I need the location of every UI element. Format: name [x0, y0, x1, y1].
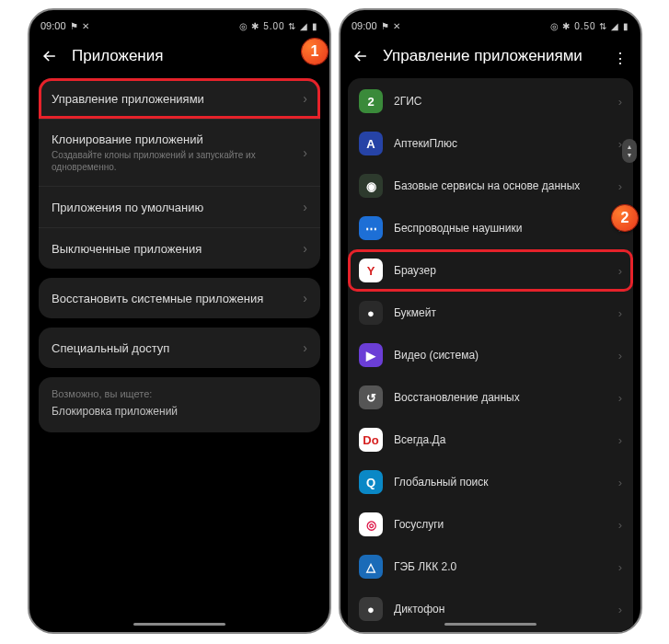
status-time: 09:00 — [352, 20, 377, 31]
app-row[interactable]: ↺Восстановление данных› — [348, 376, 633, 419]
app-icon: ▶ — [359, 343, 383, 367]
hint-title: Возможно, вы ищете: — [52, 388, 307, 399]
app-row[interactable]: YБраузер› — [348, 249, 633, 292]
app-icon: ↺ — [359, 385, 383, 409]
app-label: Видео (система) — [394, 349, 618, 362]
header: Управление приложениями ⋮ — [340, 38, 640, 78]
app-row[interactable]: ◉Базовые сервисы на основе данных› — [348, 165, 633, 207]
chevron-right-icon: › — [618, 95, 622, 109]
row-label: Клонирование приложений Создавайте клоны… — [52, 132, 295, 173]
hint-item: Блокировка приложений — [52, 405, 307, 418]
app-label: Всегда.Да — [394, 433, 618, 446]
status-time: 09:00 — [40, 20, 66, 31]
app-label: Браузер — [394, 264, 618, 277]
row-manage-apps[interactable]: Управление приложениями › — [39, 78, 320, 119]
chevron-right-icon: › — [303, 200, 307, 214]
scroll-thumb[interactable]: ▲▼ — [622, 139, 637, 163]
app-row[interactable]: 22ГИС› — [348, 80, 633, 122]
status-bar: 09:00 ⚑ ✕ ◎ ✱ 0.50 ⇅ ◢ ▮ — [340, 10, 640, 38]
row-label: Управление приложениями — [52, 92, 295, 106]
group-special: Специальный доступ › — [39, 328, 320, 368]
step-badge-1: 1 — [302, 39, 328, 64]
status-left-icons: ⚑ ✕ — [381, 21, 402, 31]
row-special-access[interactable]: Специальный доступ › — [39, 328, 320, 368]
chevron-right-icon: › — [303, 91, 307, 106]
app-row[interactable]: ААптекиПлюс› — [348, 122, 633, 165]
app-icon: Y — [359, 259, 383, 282]
chevron-right-icon: › — [618, 603, 622, 616]
status-right-icons: ◎ ✱ 5.00 ⇅ ◢ ▮ — [239, 21, 318, 31]
chevron-right-icon: › — [618, 264, 622, 278]
hint-card[interactable]: Возможно, вы ищете: Блокировка приложени… — [39, 377, 320, 432]
chevron-right-icon: › — [618, 306, 622, 320]
app-row[interactable]: ◎Госуслуги› — [348, 503, 633, 546]
row-label: Специальный доступ — [52, 341, 295, 355]
app-label: Восстановление данных — [394, 391, 618, 404]
chevron-right-icon: › — [303, 291, 307, 305]
app-row[interactable]: ⬡Диспетчер телефона› — [348, 630, 633, 634]
chevron-right-icon: › — [618, 518, 622, 532]
app-label: Беспроводные наушники — [394, 222, 618, 235]
chevron-right-icon: › — [618, 560, 622, 574]
back-icon[interactable] — [40, 47, 59, 65]
chevron-right-icon: › — [618, 476, 622, 489]
row-subtitle: Создавайте клоны приложений и запускайте… — [52, 149, 295, 173]
app-row[interactable]: ●Букмейт› — [348, 292, 633, 334]
row-disabled-apps[interactable]: Выключенные приложения › — [39, 227, 320, 269]
chevron-right-icon: › — [618, 179, 622, 193]
phone-screen-apps: 09:00 ⚑ ✕ ◎ ✱ 5.00 ⇅ ◢ ▮ Приложения Упра… — [28, 8, 331, 634]
app-label: Госуслуги — [394, 518, 618, 531]
chevron-right-icon: › — [303, 241, 307, 256]
app-icon: А — [359, 132, 383, 155]
chevron-right-icon: › — [618, 391, 622, 405]
step-badge-2: 2 — [612, 205, 638, 231]
app-icon: ● — [359, 301, 383, 325]
chevron-right-icon: › — [618, 349, 622, 362]
group-main: Управление приложениями › Клонирование п… — [39, 78, 320, 269]
home-indicator[interactable] — [444, 623, 536, 626]
row-clone-apps[interactable]: Клонирование приложений Создавайте клоны… — [39, 119, 320, 186]
app-label: Глобальный поиск — [394, 476, 618, 489]
more-icon[interactable]: ⋮ — [613, 50, 628, 67]
phone-screen-manage-apps: 09:00 ⚑ ✕ ◎ ✱ 0.50 ⇅ ◢ ▮ Управление прил… — [339, 8, 642, 634]
row-restore-system[interactable]: Восстановить системные приложения › — [39, 278, 320, 318]
app-label: Базовые сервисы на основе данных — [394, 179, 618, 192]
chevron-right-icon: › — [303, 340, 307, 355]
row-label: Приложения по умолчанию — [52, 201, 295, 214]
app-row[interactable]: ⋯Беспроводные наушники› — [348, 207, 633, 249]
app-row[interactable]: ▶Видео (система)› — [348, 334, 633, 376]
back-icon[interactable] — [352, 47, 370, 65]
home-indicator[interactable] — [133, 623, 225, 626]
app-label: 2ГИС — [394, 95, 618, 108]
app-list[interactable]: 22ГИС›ААптекиПлюс›◉Базовые сервисы на ос… — [348, 78, 633, 634]
header: Приложения — [29, 38, 329, 78]
row-default-apps[interactable]: Приложения по умолчанию › — [39, 186, 320, 227]
row-label: Выключенные приложения — [52, 242, 295, 256]
app-icon: Q — [359, 470, 383, 494]
app-label: ГЭБ ЛКК 2.0 — [394, 560, 618, 573]
row-label: Восстановить системные приложения — [52, 292, 295, 305]
app-icon: ⋯ — [359, 216, 383, 240]
status-bar: 09:00 ⚑ ✕ ◎ ✱ 5.00 ⇅ ◢ ▮ — [29, 10, 329, 38]
app-icon: Do — [359, 428, 383, 452]
status-right-icons: ◎ ✱ 0.50 ⇅ ◢ ▮ — [550, 21, 629, 31]
chevron-right-icon: › — [303, 145, 307, 160]
app-label: Диктофон — [394, 603, 618, 615]
app-icon: ◎ — [359, 512, 383, 536]
app-label: АптекиПлюс — [394, 137, 618, 150]
app-icon: △ — [359, 555, 383, 579]
app-row[interactable]: QГлобальный поиск› — [348, 461, 633, 503]
app-icon: ◉ — [359, 174, 383, 198]
group-restore: Восстановить системные приложения › — [39, 278, 320, 318]
page-title: Управление приложениями — [383, 47, 582, 65]
chevron-right-icon: › — [618, 433, 622, 447]
app-icon: ● — [359, 597, 383, 621]
app-label: Букмейт — [394, 306, 618, 319]
app-row[interactable]: DoВсегда.Да› — [348, 419, 633, 461]
page-title: Приложения — [72, 47, 163, 65]
app-row[interactable]: △ГЭБ ЛКК 2.0› — [348, 546, 633, 588]
status-left-icons: ⚑ ✕ — [70, 21, 91, 31]
app-icon: 2 — [359, 89, 383, 113]
